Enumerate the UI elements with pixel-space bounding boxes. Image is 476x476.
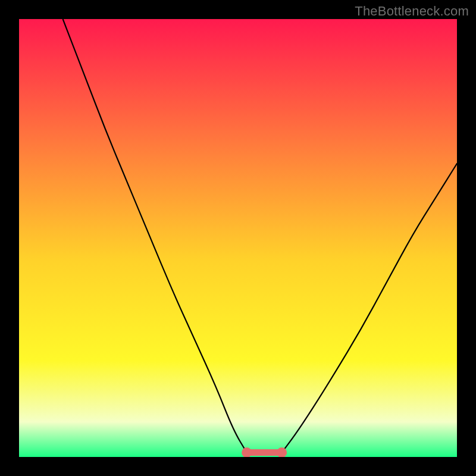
bottleneck-plot-svg: [19, 19, 457, 457]
gradient-background: [19, 19, 457, 457]
watermark-text: TheBottleneck.com: [355, 4, 469, 19]
bottleneck-plot: [19, 19, 457, 457]
chart-frame: TheBottleneck.com: [0, 0, 476, 476]
